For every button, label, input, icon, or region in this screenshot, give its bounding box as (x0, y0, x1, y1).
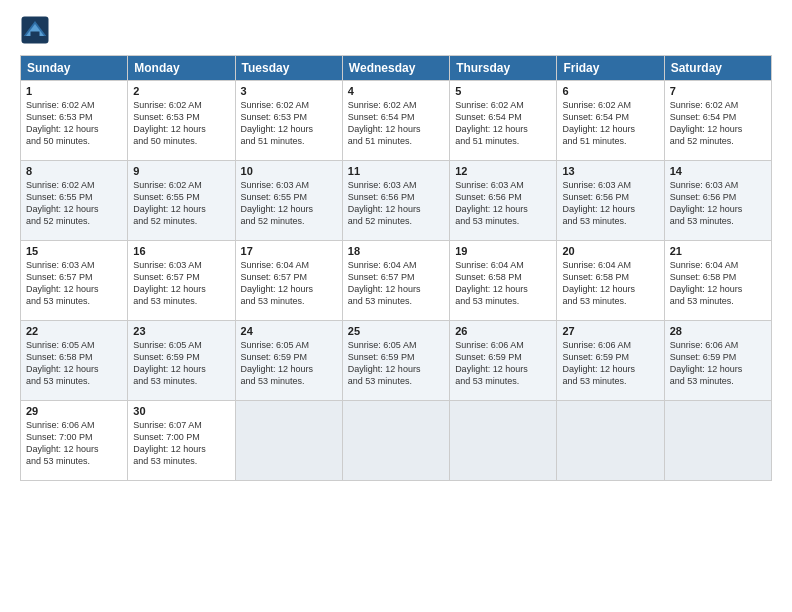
calendar-body: 1Sunrise: 6:02 AM Sunset: 6:53 PM Daylig… (21, 81, 772, 481)
day-number: 7 (670, 85, 766, 97)
day-info: Sunrise: 6:05 AM Sunset: 6:58 PM Dayligh… (26, 339, 122, 388)
day-cell: 5Sunrise: 6:02 AM Sunset: 6:54 PM Daylig… (450, 81, 557, 161)
day-info: Sunrise: 6:04 AM Sunset: 6:58 PM Dayligh… (562, 259, 658, 308)
day-info: Sunrise: 6:04 AM Sunset: 6:57 PM Dayligh… (241, 259, 337, 308)
day-number: 21 (670, 245, 766, 257)
day-number: 29 (26, 405, 122, 417)
day-cell (450, 401, 557, 481)
day-number: 22 (26, 325, 122, 337)
week-row-1: 1Sunrise: 6:02 AM Sunset: 6:53 PM Daylig… (21, 81, 772, 161)
day-number: 3 (241, 85, 337, 97)
day-cell: 26Sunrise: 6:06 AM Sunset: 6:59 PM Dayli… (450, 321, 557, 401)
day-number: 12 (455, 165, 551, 177)
calendar-table: Sunday Monday Tuesday Wednesday Thursday… (20, 55, 772, 481)
day-info: Sunrise: 6:04 AM Sunset: 6:58 PM Dayligh… (455, 259, 551, 308)
day-info: Sunrise: 6:03 AM Sunset: 6:56 PM Dayligh… (562, 179, 658, 228)
day-info: Sunrise: 6:02 AM Sunset: 6:54 PM Dayligh… (562, 99, 658, 148)
day-number: 23 (133, 325, 229, 337)
day-cell (342, 401, 449, 481)
day-cell: 16Sunrise: 6:03 AM Sunset: 6:57 PM Dayli… (128, 241, 235, 321)
day-number: 16 (133, 245, 229, 257)
day-cell: 8Sunrise: 6:02 AM Sunset: 6:55 PM Daylig… (21, 161, 128, 241)
col-friday: Friday (557, 56, 664, 81)
day-info: Sunrise: 6:03 AM Sunset: 6:57 PM Dayligh… (26, 259, 122, 308)
col-saturday: Saturday (664, 56, 771, 81)
day-number: 5 (455, 85, 551, 97)
day-cell: 30Sunrise: 6:07 AM Sunset: 7:00 PM Dayli… (128, 401, 235, 481)
day-cell: 10Sunrise: 6:03 AM Sunset: 6:55 PM Dayli… (235, 161, 342, 241)
day-info: Sunrise: 6:05 AM Sunset: 6:59 PM Dayligh… (133, 339, 229, 388)
logo-icon (20, 15, 50, 45)
day-info: Sunrise: 6:03 AM Sunset: 6:56 PM Dayligh… (455, 179, 551, 228)
day-number: 25 (348, 325, 444, 337)
day-cell (664, 401, 771, 481)
day-info: Sunrise: 6:02 AM Sunset: 6:54 PM Dayligh… (455, 99, 551, 148)
day-number: 28 (670, 325, 766, 337)
col-wednesday: Wednesday (342, 56, 449, 81)
week-row-4: 22Sunrise: 6:05 AM Sunset: 6:58 PM Dayli… (21, 321, 772, 401)
day-number: 11 (348, 165, 444, 177)
day-info: Sunrise: 6:03 AM Sunset: 6:56 PM Dayligh… (670, 179, 766, 228)
day-cell: 15Sunrise: 6:03 AM Sunset: 6:57 PM Dayli… (21, 241, 128, 321)
day-cell: 6Sunrise: 6:02 AM Sunset: 6:54 PM Daylig… (557, 81, 664, 161)
day-cell: 25Sunrise: 6:05 AM Sunset: 6:59 PM Dayli… (342, 321, 449, 401)
col-monday: Monday (128, 56, 235, 81)
day-cell: 17Sunrise: 6:04 AM Sunset: 6:57 PM Dayli… (235, 241, 342, 321)
day-info: Sunrise: 6:02 AM Sunset: 6:55 PM Dayligh… (26, 179, 122, 228)
day-number: 9 (133, 165, 229, 177)
day-number: 8 (26, 165, 122, 177)
day-cell: 24Sunrise: 6:05 AM Sunset: 6:59 PM Dayli… (235, 321, 342, 401)
header-row: Sunday Monday Tuesday Wednesday Thursday… (21, 56, 772, 81)
day-cell: 28Sunrise: 6:06 AM Sunset: 6:59 PM Dayli… (664, 321, 771, 401)
day-info: Sunrise: 6:06 AM Sunset: 6:59 PM Dayligh… (562, 339, 658, 388)
day-info: Sunrise: 6:06 AM Sunset: 7:00 PM Dayligh… (26, 419, 122, 468)
day-info: Sunrise: 6:04 AM Sunset: 6:58 PM Dayligh… (670, 259, 766, 308)
day-cell: 29Sunrise: 6:06 AM Sunset: 7:00 PM Dayli… (21, 401, 128, 481)
day-cell: 12Sunrise: 6:03 AM Sunset: 6:56 PM Dayli… (450, 161, 557, 241)
day-info: Sunrise: 6:07 AM Sunset: 7:00 PM Dayligh… (133, 419, 229, 468)
day-number: 6 (562, 85, 658, 97)
header (20, 15, 772, 45)
day-info: Sunrise: 6:03 AM Sunset: 6:57 PM Dayligh… (133, 259, 229, 308)
day-info: Sunrise: 6:05 AM Sunset: 6:59 PM Dayligh… (241, 339, 337, 388)
day-cell: 11Sunrise: 6:03 AM Sunset: 6:56 PM Dayli… (342, 161, 449, 241)
day-cell: 21Sunrise: 6:04 AM Sunset: 6:58 PM Dayli… (664, 241, 771, 321)
day-number: 18 (348, 245, 444, 257)
day-cell: 27Sunrise: 6:06 AM Sunset: 6:59 PM Dayli… (557, 321, 664, 401)
col-sunday: Sunday (21, 56, 128, 81)
day-number: 1 (26, 85, 122, 97)
day-number: 4 (348, 85, 444, 97)
day-info: Sunrise: 6:05 AM Sunset: 6:59 PM Dayligh… (348, 339, 444, 388)
day-cell (235, 401, 342, 481)
calendar-page: Sunday Monday Tuesday Wednesday Thursday… (0, 0, 792, 612)
day-cell: 14Sunrise: 6:03 AM Sunset: 6:56 PM Dayli… (664, 161, 771, 241)
day-cell: 1Sunrise: 6:02 AM Sunset: 6:53 PM Daylig… (21, 81, 128, 161)
logo (20, 15, 54, 45)
day-number: 15 (26, 245, 122, 257)
day-cell: 3Sunrise: 6:02 AM Sunset: 6:53 PM Daylig… (235, 81, 342, 161)
day-info: Sunrise: 6:02 AM Sunset: 6:54 PM Dayligh… (670, 99, 766, 148)
day-cell (557, 401, 664, 481)
day-info: Sunrise: 6:06 AM Sunset: 6:59 PM Dayligh… (455, 339, 551, 388)
week-row-2: 8Sunrise: 6:02 AM Sunset: 6:55 PM Daylig… (21, 161, 772, 241)
day-info: Sunrise: 6:03 AM Sunset: 6:56 PM Dayligh… (348, 179, 444, 228)
day-number: 19 (455, 245, 551, 257)
day-cell: 19Sunrise: 6:04 AM Sunset: 6:58 PM Dayli… (450, 241, 557, 321)
day-number: 2 (133, 85, 229, 97)
day-info: Sunrise: 6:02 AM Sunset: 6:53 PM Dayligh… (241, 99, 337, 148)
day-number: 24 (241, 325, 337, 337)
day-number: 10 (241, 165, 337, 177)
day-info: Sunrise: 6:06 AM Sunset: 6:59 PM Dayligh… (670, 339, 766, 388)
day-number: 26 (455, 325, 551, 337)
day-info: Sunrise: 6:02 AM Sunset: 6:54 PM Dayligh… (348, 99, 444, 148)
day-cell: 4Sunrise: 6:02 AM Sunset: 6:54 PM Daylig… (342, 81, 449, 161)
day-info: Sunrise: 6:02 AM Sunset: 6:53 PM Dayligh… (133, 99, 229, 148)
col-thursday: Thursday (450, 56, 557, 81)
day-number: 14 (670, 165, 766, 177)
day-cell: 13Sunrise: 6:03 AM Sunset: 6:56 PM Dayli… (557, 161, 664, 241)
col-tuesday: Tuesday (235, 56, 342, 81)
day-cell: 22Sunrise: 6:05 AM Sunset: 6:58 PM Dayli… (21, 321, 128, 401)
day-number: 30 (133, 405, 229, 417)
day-number: 27 (562, 325, 658, 337)
day-cell: 2Sunrise: 6:02 AM Sunset: 6:53 PM Daylig… (128, 81, 235, 161)
